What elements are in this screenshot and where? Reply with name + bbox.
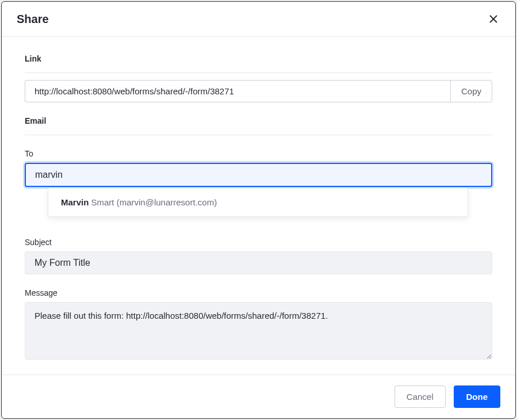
email-message-textarea[interactable]: Please fill out this form: http://localh… (25, 302, 492, 360)
done-button[interactable]: Done (454, 385, 501, 408)
autocomplete-match: Marvin (61, 197, 89, 207)
share-modal: Share Link Copy Email To Marvin Smart (m… (1, 1, 516, 419)
modal-header: Share (2, 2, 515, 37)
cancel-button[interactable]: Cancel (395, 385, 446, 408)
email-to-input[interactable] (25, 163, 492, 187)
close-icon (489, 14, 498, 24)
message-label: Message (25, 288, 492, 297)
link-section-label: Link (25, 54, 492, 73)
subject-label: Subject (25, 238, 492, 247)
to-label: To (25, 149, 492, 158)
modal-body: Link Copy Email To Marvin Smart (marvin@… (2, 37, 515, 375)
link-url-input[interactable] (25, 80, 450, 102)
to-field-wrapper: Marvin Smart (marvin@lunarresort.com) (25, 163, 492, 187)
autocomplete-item[interactable]: Marvin Smart (marvin@lunarresort.com) (48, 188, 468, 216)
email-section-label: Email (25, 116, 492, 135)
autocomplete-suffix: Smart (marvin@lunarresort.com) (89, 197, 217, 207)
modal-footer: Cancel Done (2, 375, 515, 418)
autocomplete-dropdown: Marvin Smart (marvin@lunarresort.com) (48, 188, 468, 217)
link-input-group: Copy (25, 80, 492, 102)
close-button[interactable] (487, 12, 500, 26)
copy-button[interactable]: Copy (450, 80, 492, 102)
email-subject-input[interactable] (25, 251, 492, 274)
modal-title: Share (17, 13, 49, 26)
